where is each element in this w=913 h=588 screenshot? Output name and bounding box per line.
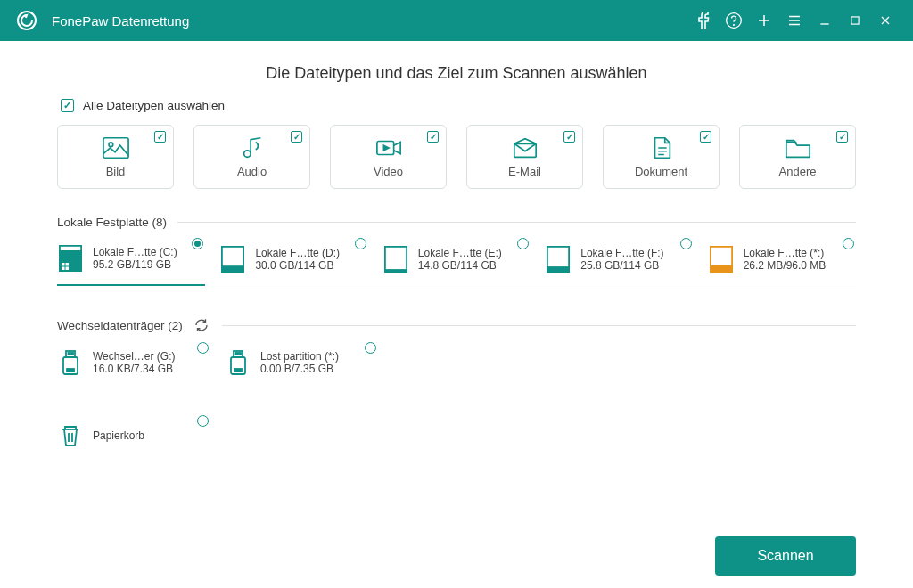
radio-icon (680, 238, 692, 249)
local-drive-row: Lokale F…tte (C:) 95.2 GB/119 GB Lokale … (57, 238, 856, 290)
drive-card-local[interactable]: Lokale F…tte (F:) 25.8 GB/114 GB (545, 238, 693, 286)
section-recycle: Papierkorb (57, 415, 856, 461)
file-type-row: Bild Audio Video E-Mail Dokument Andere (57, 125, 856, 189)
drive-card-recycle[interactable]: Papierkorb (57, 415, 210, 461)
minimize-button[interactable] (810, 0, 840, 41)
svg-rect-32 (234, 369, 242, 372)
svg-marker-8 (383, 145, 389, 151)
checkbox-icon (154, 131, 166, 143)
radio-icon (517, 238, 529, 249)
folder-icon (785, 136, 811, 159)
drive-name: Lokale F…tte (D:) (255, 247, 340, 259)
svg-rect-25 (71, 353, 73, 355)
drive-name: Lost partition (*:) (260, 350, 339, 363)
select-all-checkbox[interactable]: Alle Dateitypen auswählen (61, 99, 856, 112)
svg-rect-17 (385, 247, 407, 272)
drive-card-local[interactable]: Lokale F…tte (D:) 30.0 GB/114 GB (219, 238, 367, 286)
titlebar: FonePaw Datenrettung (0, 0, 913, 41)
type-label: Dokument (635, 165, 687, 178)
type-label: Video (374, 165, 403, 178)
drive-card-removable[interactable]: Lost partition (*:) 0.00 B/7.35 GB (225, 342, 378, 388)
divider (177, 222, 856, 223)
image-icon (103, 136, 129, 159)
disk-icon (57, 245, 84, 272)
help-button[interactable] (719, 0, 749, 41)
drive-card-local[interactable]: Lokale F…tte (C:) 95.2 GB/119 GB (57, 238, 205, 286)
svg-point-5 (109, 142, 113, 146)
type-card-video[interactable]: Video (330, 125, 447, 189)
checkbox-icon (563, 131, 575, 143)
section-local-drives: Lokale Festplatte (8) Lokale F…tte (C:) … (57, 216, 856, 290)
select-all-label: Alle Dateitypen auswählen (83, 99, 225, 112)
document-icon (648, 136, 675, 159)
drive-card-local[interactable]: Lokale F…tte (E:) 14.8 GB/114 GB (382, 238, 531, 286)
video-icon (375, 136, 402, 159)
svg-rect-4 (103, 137, 127, 158)
section-label: Lokale Festplatte (8) (57, 216, 167, 229)
type-card-audio[interactable]: Audio (193, 125, 310, 189)
disk-icon (219, 246, 246, 273)
drive-name: Wechsel…er (G:) (93, 350, 175, 363)
drive-name: Lokale F…tte (E:) (418, 247, 502, 259)
checkbox-icon (700, 131, 711, 143)
drive-size: 95.2 GB/119 GB (93, 258, 177, 271)
scan-button[interactable]: Scannen (715, 536, 856, 576)
svg-rect-24 (69, 353, 70, 355)
svg-rect-18 (385, 269, 407, 272)
svg-rect-29 (236, 353, 238, 355)
type-card-image[interactable]: Bild (57, 125, 174, 189)
type-card-document[interactable]: Dokument (603, 125, 720, 189)
radio-icon (843, 238, 854, 249)
svg-point-2 (734, 25, 735, 26)
radio-icon (365, 342, 376, 354)
type-label: Bild (106, 165, 126, 178)
audio-icon (239, 136, 266, 159)
drive-size: 26.2 MB/96.0 MB (744, 259, 827, 272)
drive-card-local[interactable]: Lokale F…tte (*:) 26.2 MB/96.0 MB (708, 238, 856, 286)
svg-point-6 (243, 150, 251, 157)
refresh-button[interactable] (193, 317, 211, 333)
drive-name: Lokale F…tte (*:) (744, 247, 827, 259)
type-card-email[interactable]: E-Mail (466, 125, 583, 189)
drive-size: 14.8 GB/114 GB (418, 259, 502, 272)
drive-size: 30.0 GB/114 GB (255, 259, 340, 272)
add-button[interactable] (749, 0, 779, 41)
checkbox-icon (427, 131, 439, 143)
svg-rect-16 (222, 265, 243, 272)
divider (222, 325, 856, 326)
svg-rect-3 (851, 17, 859, 24)
close-button[interactable] (870, 0, 901, 41)
checkbox-icon (291, 131, 302, 143)
usb-icon (57, 349, 84, 376)
app-title: FonePaw Datenrettung (52, 13, 189, 29)
menu-button[interactable] (779, 0, 810, 41)
radio-icon (192, 238, 203, 249)
svg-rect-30 (239, 353, 241, 355)
section-removable-drives: Wechseldatenträger (2) Wechsel…er (G:) 1… (57, 317, 856, 388)
type-label: Andere (779, 165, 817, 178)
section-label: Wechseldatenträger (2) (57, 319, 183, 332)
radio-icon (197, 342, 209, 354)
checkbox-icon (61, 99, 74, 112)
type-card-other[interactable]: Andere (739, 125, 856, 189)
disk-icon (708, 246, 735, 273)
drive-name: Papierkorb (93, 429, 144, 442)
drive-card-removable[interactable]: Wechsel…er (G:) 16.0 KB/7.34 GB (57, 342, 210, 388)
removable-drive-row: Wechsel…er (G:) 16.0 KB/7.34 GB Lost par… (57, 342, 856, 388)
trash-icon (57, 422, 84, 449)
svg-rect-20 (547, 266, 569, 272)
maximize-button[interactable] (840, 0, 870, 41)
radio-icon (197, 415, 209, 427)
drive-size: 16.0 KB/7.34 GB (93, 363, 175, 375)
type-label: Audio (237, 165, 267, 178)
usb-icon (225, 349, 251, 376)
app-logo-icon (16, 10, 37, 31)
svg-rect-27 (67, 369, 74, 372)
page-title: Die Dateitypen und das Ziel zum Scannen … (57, 64, 856, 83)
drive-size: 0.00 B/7.35 GB (260, 363, 339, 375)
disk-icon (545, 246, 572, 273)
drive-name: Lokale F…tte (C:) (93, 246, 177, 258)
checkbox-icon (836, 131, 848, 143)
facebook-button[interactable] (688, 0, 719, 41)
email-icon (512, 136, 539, 159)
